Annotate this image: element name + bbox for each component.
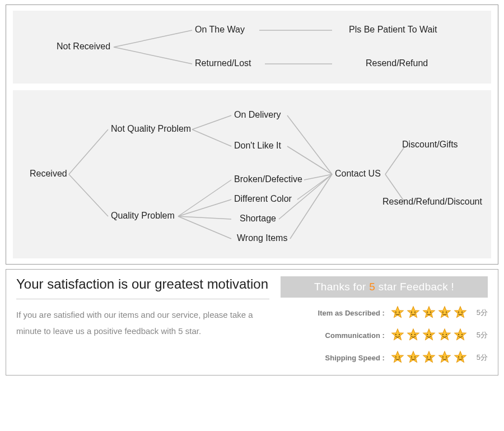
- rating-label: Shipping Speed :: [312, 354, 385, 362]
- diagram-container: Not Received On The Way Returned/Lost Pl…: [6, 4, 498, 265]
- node-discount-gifts: Discount/Gifts: [402, 140, 458, 150]
- node-returned-lost: Returned/Lost: [195, 58, 251, 68]
- svg-line-12: [287, 115, 332, 174]
- feedback-left: Your satisfaction is our greatest motiva…: [16, 276, 269, 365]
- star-icon: [437, 328, 452, 342]
- rating-score: 5分: [477, 330, 488, 340]
- svg-line-1: [114, 47, 192, 64]
- star-icon: [406, 350, 421, 365]
- node-shortage: Shortage: [240, 214, 276, 224]
- star-icon: [422, 305, 436, 320]
- svg-line-8: [178, 180, 231, 216]
- rating-score: 5分: [477, 353, 488, 363]
- star-icon: [437, 305, 452, 320]
- thanks-banner: Thanks for 5 star Feedback !: [281, 276, 488, 298]
- rating-row: Item as Described :5分: [281, 305, 488, 320]
- star-icon: [406, 305, 421, 320]
- svg-line-7: [192, 129, 231, 146]
- node-on-delivery: On Delivery: [234, 110, 281, 120]
- star-icon: [422, 350, 436, 365]
- node-patient-wait: Pls Be Patient To Wait: [349, 25, 437, 35]
- node-on-the-way: On The Way: [195, 25, 245, 35]
- node-dont-like: Don't Like It: [234, 141, 281, 151]
- star-icon: [406, 328, 421, 342]
- svg-line-5: [69, 174, 108, 216]
- node-received: Received: [30, 169, 67, 179]
- star-icon: [453, 328, 468, 342]
- star-group: [390, 305, 468, 320]
- svg-line-9: [178, 200, 231, 216]
- node-broken: Broken/Defective: [234, 174, 302, 184]
- panel-received: Received Not Quality Problem Quality Pro…: [13, 90, 491, 258]
- star-icon: [390, 305, 405, 320]
- feedback-right: Thanks for 5 star Feedback ! Item as Des…: [281, 276, 488, 365]
- rating-label: Communication :: [312, 331, 385, 340]
- svg-line-10: [178, 216, 231, 219]
- star-group: [390, 350, 468, 365]
- node-quality: Quality Problem: [111, 211, 175, 221]
- divider: [16, 299, 269, 299]
- feedback-body: If you are satisfied with our items and …: [16, 307, 269, 339]
- rating-row: Communication :5分: [281, 328, 488, 342]
- star-icon: [422, 328, 436, 342]
- svg-line-0: [114, 30, 192, 47]
- star-icon: [453, 305, 468, 320]
- star-icon: [453, 350, 468, 365]
- feedback-container: Your satisfaction is our greatest motiva…: [6, 269, 498, 376]
- node-contact-us: Contact US: [335, 169, 381, 179]
- svg-line-6: [192, 115, 231, 129]
- svg-line-18: [385, 146, 405, 174]
- node-diff-color: Different Color: [234, 194, 292, 204]
- node-resend-refund: Resend/Refund: [366, 58, 428, 68]
- node-resend-refund-discount: Resend/Refund/Discount: [382, 197, 482, 207]
- node-wrong-items: Wrong Items: [237, 233, 287, 243]
- thanks-post: star Feedback !: [375, 281, 454, 293]
- star-icon: [390, 328, 405, 342]
- node-not-quality: Not Quality Problem: [111, 124, 191, 134]
- star-icon: [390, 350, 405, 365]
- thanks-five: 5: [369, 281, 375, 293]
- thanks-pre: Thanks for: [314, 281, 369, 293]
- ratings-list: Item as Described :5分Communication :5分Sh…: [281, 305, 488, 365]
- star-group: [390, 328, 468, 342]
- svg-line-11: [178, 216, 231, 239]
- rating-row: Shipping Speed :5分: [281, 350, 488, 365]
- node-not-received: Not Received: [57, 41, 110, 52]
- feedback-heading: Your satisfaction is our greatest motiva…: [16, 276, 269, 292]
- panel-not-received: Not Received On The Way Returned/Lost Pl…: [13, 11, 491, 84]
- rating-score: 5分: [477, 308, 488, 318]
- rating-label: Item as Described :: [312, 309, 385, 317]
- svg-line-13: [287, 146, 332, 174]
- svg-line-4: [69, 129, 108, 174]
- star-icon: [437, 350, 452, 365]
